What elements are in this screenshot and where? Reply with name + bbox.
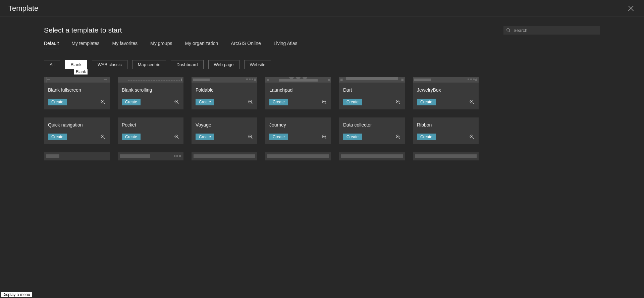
create-button[interactable]: Create [343, 134, 362, 140]
template-card-voyage[interactable]: Voyage Create [192, 117, 257, 144]
template-thumbnail [339, 77, 405, 83]
template-card-foldable[interactable]: Foldable Create [192, 77, 257, 109]
modal-body: Select a template to start Default My te… [0, 16, 644, 298]
create-button[interactable]: Create [417, 134, 436, 140]
modal-header: Template [0, 0, 644, 16]
template-card-partial[interactable] [339, 152, 405, 160]
magnify-plus-icon [248, 99, 253, 105]
create-button[interactable]: Create [196, 134, 214, 140]
template-title: Ribbon [417, 122, 475, 128]
preview-button[interactable] [174, 99, 179, 105]
template-title: Blank scrolling [122, 87, 179, 93]
tab-my-groups[interactable]: My groups [150, 41, 172, 49]
create-button[interactable]: Create [343, 99, 362, 105]
filter-map-centric[interactable]: Map centric [132, 60, 166, 69]
preview-button[interactable] [174, 134, 179, 140]
template-title: Foldable [196, 87, 253, 93]
preview-button[interactable] [469, 134, 475, 140]
template-card-partial[interactable] [118, 152, 183, 160]
magnify-plus-icon [100, 99, 106, 105]
filter-tooltip: Blank [74, 69, 88, 74]
preview-button[interactable] [322, 99, 327, 105]
create-button[interactable]: Create [48, 134, 67, 140]
filter-website[interactable]: Website [244, 60, 271, 69]
filter-dashboard[interactable]: Dashboard [171, 60, 204, 69]
create-button[interactable]: Create [417, 99, 436, 105]
magnify-plus-icon [469, 99, 475, 105]
template-thumbnail [265, 77, 331, 83]
template-title: Pocket [122, 122, 179, 128]
magnify-plus-icon [469, 134, 475, 140]
preview-button[interactable] [248, 99, 253, 105]
preview-button[interactable] [100, 99, 106, 105]
svg-point-0 [507, 29, 509, 31]
template-modal: Template Select a template to start Defa… [0, 0, 644, 298]
template-thumbnail [118, 77, 183, 83]
template-title: Launchpad [269, 87, 327, 93]
tab-living-atlas[interactable]: Living Atlas [274, 41, 298, 49]
template-card-partial[interactable] [192, 152, 257, 160]
modal-title: Template [8, 4, 38, 13]
magnify-plus-icon [322, 99, 327, 105]
tab-my-favorites[interactable]: My favorites [112, 41, 138, 49]
template-card-quick-navigation[interactable]: Quick navigation Create [44, 117, 110, 144]
create-button[interactable]: Create [48, 99, 67, 105]
template-card-launchpad[interactable]: Launchpad Create [265, 77, 331, 109]
create-button[interactable]: Create [196, 99, 214, 105]
tab-arcgis-online[interactable]: ArcGIS Online [231, 41, 261, 49]
create-button[interactable]: Create [269, 99, 288, 105]
template-title: Journey [269, 122, 327, 128]
template-title: Data collector [343, 122, 401, 128]
template-title: Quick navigation [48, 122, 106, 128]
magnify-plus-icon [322, 134, 327, 140]
preview-button[interactable] [100, 134, 106, 140]
template-card-partial[interactable] [413, 152, 479, 160]
filter-web-page[interactable]: Web page [208, 60, 239, 69]
template-thumbnail [192, 77, 257, 83]
preview-button[interactable] [395, 99, 401, 105]
filter-wab-classic[interactable]: WAB classic [92, 60, 127, 69]
preview-button[interactable] [322, 134, 327, 140]
magnify-plus-icon [248, 134, 253, 140]
search-box[interactable] [503, 26, 600, 35]
body-top: Select a template to start [44, 26, 600, 35]
preview-button[interactable] [395, 134, 401, 140]
close-button[interactable] [626, 4, 636, 13]
template-title: Dart [343, 87, 401, 93]
magnify-plus-icon [174, 99, 179, 105]
magnify-plus-icon [395, 99, 401, 105]
template-card-journey[interactable]: Journey Create [265, 117, 331, 144]
template-title: JewelryBox [417, 87, 475, 93]
template-thumbnail [44, 77, 110, 83]
page-subtitle: Select a template to start [44, 26, 122, 34]
template-card-ribbon[interactable]: Ribbon Create [413, 117, 479, 144]
template-thumbnail [413, 77, 479, 83]
template-card-jewelrybox[interactable]: JewelryBox Create [413, 77, 479, 109]
create-button[interactable]: Create [122, 99, 141, 105]
template-title: Blank fullscreen [48, 87, 106, 93]
template-card-pocket[interactable]: Pocket Create [118, 117, 183, 144]
create-button[interactable]: Create [269, 134, 288, 140]
template-card-partial[interactable] [265, 152, 331, 160]
create-button[interactable]: Create [122, 134, 141, 140]
filters: All Blank WAB classic Map centric Dashbo… [44, 60, 600, 69]
tab-default[interactable]: Default [44, 41, 59, 49]
preview-button[interactable] [469, 99, 475, 105]
template-card-blank-fullscreen[interactable]: Blank fullscreen Create [44, 77, 110, 109]
tab-my-organization[interactable]: My organization [185, 41, 218, 49]
search-icon [506, 28, 511, 33]
tabs: Default My templates My favorites My gro… [44, 41, 600, 49]
templates-grid[interactable]: Blank fullscreen Create Blank scrolling [44, 77, 600, 167]
filter-all[interactable]: All [44, 60, 60, 69]
template-card-data-collector[interactable]: + Data collector Create [339, 117, 405, 144]
tab-my-templates[interactable]: My templates [71, 41, 99, 49]
filter-blank[interactable]: Blank [65, 60, 87, 69]
search-input[interactable] [514, 28, 597, 33]
template-card-blank-scrolling[interactable]: Blank scrolling Create [118, 77, 183, 109]
template-card-dart[interactable]: Dart Create [339, 77, 405, 109]
close-icon [627, 5, 635, 12]
status-tooltip: Display a menu [1, 292, 32, 297]
template-card-partial[interactable] [44, 152, 110, 160]
magnify-plus-icon [174, 134, 179, 140]
preview-button[interactable] [248, 134, 253, 140]
